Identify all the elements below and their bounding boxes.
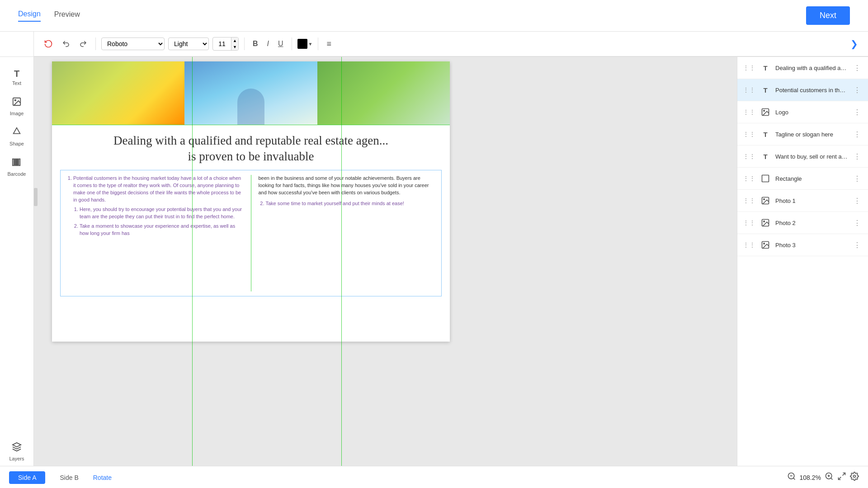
underline-button[interactable]: U	[275, 38, 286, 50]
layer-name-3: Logo	[775, 109, 848, 116]
sidebar-item-image[interactable]: Image	[2, 92, 32, 121]
tab-preview[interactable]: Preview	[54, 10, 80, 21]
layer-name-4: Tagline or slogan here	[775, 131, 848, 138]
font-size-up[interactable]: ▲	[231, 38, 238, 44]
layer-type-image-8	[759, 216, 772, 229]
undo-button[interactable]	[41, 38, 56, 50]
svg-line-17	[793, 478, 795, 480]
layer-menu-1[interactable]: ⋮	[852, 63, 863, 73]
svg-point-1	[14, 99, 16, 101]
layer-item-3[interactable]: ⋮⋮ Logo ⋮	[737, 101, 868, 123]
layer-item-1[interactable]: ⋮⋮ T Dealing with a qualified and reputa…	[737, 57, 868, 79]
layer-menu-5[interactable]: ⋮	[852, 151, 863, 162]
layer-type-shape-6	[759, 172, 772, 185]
layer-item-4[interactable]: ⋮⋮ T Tagline or slogan here ⋮	[737, 123, 868, 145]
zoom-out-button[interactable]	[787, 472, 796, 483]
svg-rect-5	[18, 159, 18, 166]
layer-name-1: Dealing with a qualified and reputable r…	[775, 65, 848, 71]
guide-content-divider	[251, 175, 251, 291]
sidebar-item-text[interactable]: T Text	[2, 64, 32, 90]
next-button[interactable]: Next	[806, 6, 850, 25]
content-col2-text1: been in the business and some of your no…	[259, 175, 436, 197]
fullscreen-button[interactable]	[837, 472, 846, 483]
drag-icon-5: ⋮⋮	[743, 153, 755, 160]
layer-item-2[interactable]: ⋮⋮ T Potential customers in the housing …	[737, 79, 868, 101]
layer-name-8: Photo 2	[775, 220, 848, 226]
redo-button[interactable]	[76, 38, 90, 50]
font-size-input[interactable]	[213, 38, 231, 49]
photo-2-placeholder	[184, 61, 317, 125]
canvas-area: Dealing with a qualified and reputable r…	[34, 57, 737, 466]
drag-handle-left[interactable]	[34, 188, 38, 206]
font-weight-select[interactable]: Light Regular Bold	[168, 38, 209, 50]
layer-menu-4[interactable]: ⋮	[852, 129, 863, 140]
layer-type-text-2: T	[759, 84, 772, 96]
layer-type-text-5: T	[759, 150, 772, 163]
layer-item-9[interactable]: ⋮⋮ Photo 3 ⋮	[737, 234, 868, 256]
color-picker-button[interactable]: ▼	[297, 39, 313, 49]
svg-rect-3	[14, 159, 15, 166]
header: Design Preview Next	[0, 0, 868, 32]
content-sub-item-1: Here, you should try to encourage your p…	[80, 206, 244, 221]
undo-back-button[interactable]	[59, 38, 73, 50]
rotate-button[interactable]: Rotate	[93, 474, 112, 481]
layers-icon	[12, 442, 22, 455]
drag-icon-1: ⋮⋮	[743, 64, 755, 71]
tab-design[interactable]: Design	[18, 10, 41, 22]
side-b-tab[interactable]: Side B	[51, 471, 87, 484]
layer-name-2: Potential customers in the housing ...	[775, 87, 848, 94]
sidebar-item-layers[interactable]: Layers	[2, 437, 32, 466]
layer-menu-3[interactable]: ⋮	[852, 107, 863, 117]
svg-line-20	[831, 478, 833, 480]
svg-rect-9	[762, 175, 769, 182]
divider-4	[318, 38, 318, 50]
font-size-down[interactable]: ▼	[231, 44, 238, 50]
align-button[interactable]: ≡	[324, 38, 334, 51]
layer-name-9: Photo 3	[775, 242, 848, 249]
layer-menu-8[interactable]: ⋮	[852, 218, 863, 228]
toolbar-expand-button[interactable]: ❯	[848, 37, 861, 51]
side-a-tab[interactable]: Side A	[9, 471, 45, 484]
layer-item-7[interactable]: ⋮⋮ Photo 1 ⋮	[737, 190, 868, 212]
sidebar-shape-label: Shape	[9, 141, 24, 146]
layer-menu-9[interactable]: ⋮	[852, 240, 863, 250]
layer-type-text-1: T	[759, 61, 772, 74]
layer-name-5: Want to buy, sell or rent a property?	[775, 153, 848, 160]
zoom-in-button[interactable]	[825, 472, 834, 483]
zoom-level-display: 108.2%	[800, 474, 821, 481]
guide-h1	[52, 125, 450, 125]
sidebar-item-barcode[interactable]: Barcode	[2, 153, 32, 181]
content-col2-item2: Take some time to market yourself and pu…	[266, 200, 436, 207]
layer-item-8[interactable]: ⋮⋮ Photo 2 ⋮	[737, 212, 868, 234]
layer-menu-6[interactable]: ⋮	[852, 174, 863, 184]
layers-panel: ⋮⋮ T Dealing with a qualified and reputa…	[737, 57, 868, 466]
toolbar: Roboto Light Regular Bold ▲ ▼ B I U ▼ ≡ …	[34, 32, 868, 56]
layer-type-text-4: T	[759, 128, 772, 141]
layer-menu-2[interactable]: ⋮	[852, 85, 863, 95]
italic-button[interactable]: I	[264, 38, 271, 50]
svg-point-25	[854, 475, 856, 478]
drag-icon-8: ⋮⋮	[743, 219, 755, 226]
main-area: T Text Image Shape Barcode Layers	[0, 57, 868, 466]
drag-icon-4: ⋮⋮	[743, 131, 755, 138]
divider-2	[244, 38, 245, 50]
layer-type-image-3	[759, 106, 772, 118]
slide-title-area: Dealing with a qualified and reputable r…	[52, 125, 450, 168]
font-family-select[interactable]: Roboto	[101, 38, 165, 50]
drag-icon-2: ⋮⋮	[743, 86, 755, 94]
photo-1-placeholder	[52, 61, 184, 125]
text-icon: T	[14, 69, 19, 79]
settings-button[interactable]	[850, 472, 859, 483]
guide-v1	[192, 57, 193, 466]
divider-3	[292, 38, 292, 50]
layer-item-6[interactable]: ⋮⋮ Rectangle ⋮	[737, 168, 868, 190]
divider-1	[95, 38, 96, 50]
color-swatch	[297, 39, 307, 49]
bold-button[interactable]: B	[250, 38, 261, 50]
sidebar-item-shape[interactable]: Shape	[2, 122, 32, 151]
photo-3	[317, 61, 450, 125]
content-sub-item-2: Take a moment to showcase your experienc…	[80, 223, 244, 237]
layer-menu-7[interactable]: ⋮	[852, 196, 863, 206]
layer-item-5[interactable]: ⋮⋮ T Want to buy, sell or rent a propert…	[737, 145, 868, 168]
layer-name-7: Photo 1	[775, 197, 848, 204]
